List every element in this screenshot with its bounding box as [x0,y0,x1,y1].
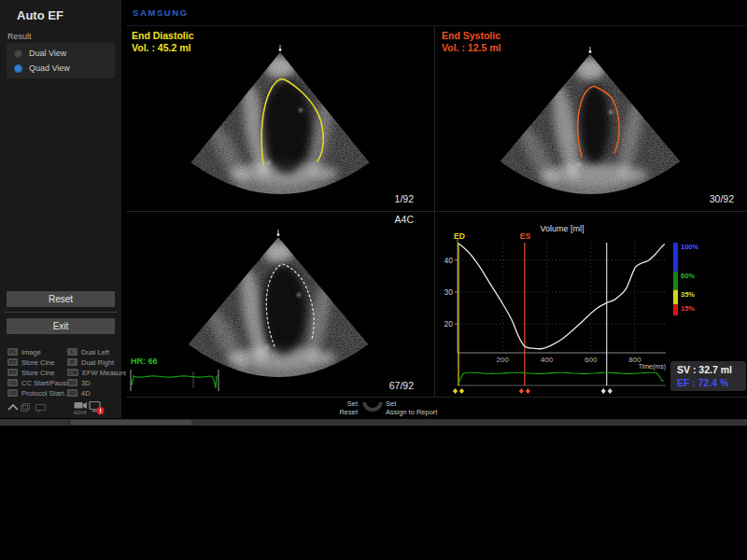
advr-recorder-icon[interactable] [74,400,88,410]
trackball-hint-reset: Set Reset [339,399,358,416]
frame-counter: 1/92 [395,193,414,204]
svg-text:ED: ED [454,231,465,241]
panel-title-end-diastolic: End Diastolic Vol. : 45.2 ml [132,30,194,54]
radio-dual-view[interactable]: Dual View [12,46,66,61]
softkey-cw: CW EFW Measure [67,368,127,377]
end-diastolic-panel: End Diastolic Vol. : 45.2 ml 1/92 [126,26,434,210]
volume-chart-panel: 203040200400600800Time(ms)Volume [ml]EDE… [436,212,747,397]
softkey-u2: U2 Protocol Start... [7,388,70,398]
svg-text:30: 30 [444,287,454,297]
page-title: Auto EF [17,8,63,22]
heart-rate-label: HR: 66 [131,357,158,366]
chevron-up-icon[interactable] [7,401,20,414]
trackball-hint-assign: Set Assign to Report [386,399,437,416]
softkey-u1: U1 CC Start/Pause [7,378,70,387]
radio-icon [14,49,22,58]
end-systolic-panel: End Systolic Vol. : 12.5 ml 30/92 [436,26,747,210]
svg-text:Time(ms): Time(ms) [639,363,666,371]
divider [4,312,118,313]
svg-text:200: 200 [497,356,510,364]
result-section-label: Result [7,32,32,41]
svg-text:35%: 35% [681,290,695,299]
softkey-p2: P2 Store Cine [7,357,54,367]
radio-icon [14,64,22,73]
a4c-cine-panel: A4C HR: 66 67/92 [126,212,434,397]
svg-text:60%: 60% [681,272,695,280]
results-box: SV : 32.7 ml EF : 72.4 % [670,361,746,391]
view-mode-group: Dual View Quad View [7,43,115,78]
svg-text:ES: ES [520,231,531,241]
reset-button[interactable]: Reset [7,291,115,307]
scrollbar-thumb[interactable] [70,420,191,425]
softkey-p1: P1 Image [7,347,41,357]
samsung-logo: SAMSUNG [133,7,189,18]
frame-counter: 30/92 [710,193,734,204]
exit-button[interactable]: Exit [7,318,115,334]
softkey-l: L Dual Left [67,347,109,357]
svg-text:600: 600 [585,356,598,364]
ejection-fraction-value: EF : 72.4 % [677,376,746,389]
softkey-r: R Dual Right [67,357,114,367]
softkey-3d: 3D 3D [67,378,91,387]
duplicate-icon[interactable] [19,401,32,414]
ecg-trace [126,212,434,397]
radio-quad-view[interactable]: Quad View [12,61,70,76]
svg-text:20: 20 [444,319,454,329]
monitor-alert-icon[interactable] [89,400,106,417]
svg-text:100%: 100% [681,243,699,251]
auto-ef-screen: Auto EF Result Dual View Quad View Reset… [0,0,747,560]
svg-text:Volume [ml]: Volume [ml] [540,224,584,233]
trackball-icon [362,402,383,413]
scrollbar-track[interactable] [0,419,747,426]
panel-title-end-systolic: End Systolic Vol. : 12.5 ml [442,30,500,54]
softkey-p3: P3 Store Cine [7,368,54,377]
advr-label: ADVR [74,411,87,415]
stroke-volume-value: SV : 32.7 ml [677,363,746,376]
softkey-4d: 4D 4D [67,388,91,398]
svg-text:40: 40 [444,256,454,265]
frame-counter: 67/92 [389,380,414,391]
panel-divider-top [126,25,747,26]
view-label-a4c: A4C [395,214,414,225]
panel-divider-bottom [126,397,747,398]
svg-text:400: 400 [541,356,554,364]
flag-icon[interactable] [34,401,48,414]
sidebar: Auto EF Result Dual View Quad View Reset… [0,0,121,418]
panel-divider-horizontal [126,211,747,212]
svg-text:15%: 15% [681,304,695,313]
